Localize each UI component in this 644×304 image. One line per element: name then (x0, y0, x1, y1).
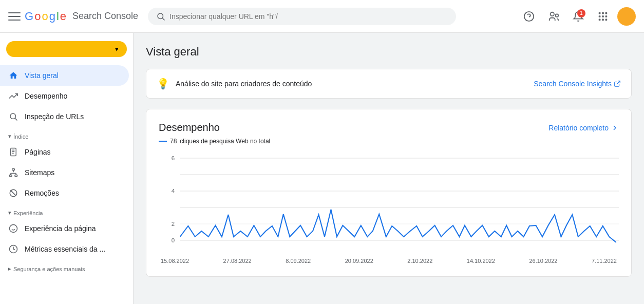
help-icon (523, 11, 535, 22)
sidebar-item-desempenho[interactable]: Desempenho (0, 86, 129, 106)
x-label-3: 20.09.2022 (345, 258, 373, 264)
sidebar-item-metricas-essenciais[interactable]: Métricas essenciais da ... (0, 239, 129, 259)
svg-point-0 (158, 13, 163, 19)
svg-line-34 (617, 81, 620, 84)
svg-point-15 (10, 113, 16, 119)
perf-title: Desempenho (159, 122, 220, 134)
insights-left: 💡 Análise do site para criadores de cont… (157, 78, 312, 90)
svg-rect-10 (602, 15, 604, 17)
sidebar: ▾ Vista geral Desempenho Inspeção de URL… (0, 33, 134, 304)
sidebar-item-vista-geral[interactable]: Vista geral (0, 65, 129, 86)
property-btn-label (14, 46, 86, 53)
sidebar-item-label: Páginas (25, 148, 51, 156)
search-bar-icon (156, 12, 165, 21)
sidebar-item-inspecao-urls[interactable]: Inspeção de URLs (0, 106, 129, 127)
insights-text: Análise do site para criadores de conteú… (176, 80, 312, 88)
sidebar-item-label: Sitemaps (25, 168, 54, 177)
sidebar-item-label: Inspeção de URLs (25, 112, 84, 121)
sidebar-item-experiencia-pagina[interactable]: Experiência da página (0, 218, 129, 239)
property-chevron-icon: ▾ (115, 45, 119, 53)
svg-point-30 (10, 225, 17, 233)
apps-button[interactable] (593, 6, 613, 27)
chart-svg: 6 4 2 0 (159, 153, 619, 256)
sidebar-item-remocoes[interactable]: Remoções (0, 183, 129, 203)
metrics-icon (8, 244, 18, 254)
svg-rect-14 (605, 18, 608, 21)
svg-rect-12 (599, 18, 601, 21)
property-button[interactable]: ▾ (6, 41, 127, 57)
svg-line-16 (15, 118, 17, 120)
sidebar-item-label: Métricas essenciais da ... (25, 245, 105, 253)
legend-line (159, 141, 167, 142)
header: Google Search Console 1 (0, 0, 644, 33)
header-left: Google Search Console (8, 10, 142, 23)
svg-rect-21 (12, 169, 15, 170)
svg-text:6: 6 (172, 155, 175, 161)
notifications-button[interactable]: 1 (568, 6, 589, 27)
logo-e-red: e (60, 10, 66, 23)
layout: ▾ Vista geral Desempenho Inspeção de URL… (0, 33, 644, 304)
sidebar-item-label: Remoções (25, 189, 59, 197)
svg-rect-22 (10, 175, 12, 177)
logo-o-red: o (34, 10, 41, 23)
chevron-icon: ▾ (8, 133, 11, 140)
svg-point-5 (556, 14, 559, 17)
legend-text: cliques de pesquisa Web no total (180, 138, 270, 145)
svg-text:0: 0 (172, 237, 175, 243)
page-title: Vista geral (146, 45, 632, 59)
logo-g-blue: G (25, 10, 33, 23)
admin-button[interactable] (543, 6, 564, 27)
url-search-icon (8, 111, 18, 122)
performance-card: Desempenho Relatório completo 78 cliques… (146, 109, 632, 277)
search-input[interactable] (169, 12, 448, 21)
bulb-icon: 💡 (157, 78, 169, 90)
full-report-link[interactable]: Relatório completo (548, 124, 619, 132)
legend-count: 78 (170, 138, 177, 145)
header-right: 1 (519, 6, 636, 27)
experience-icon (8, 223, 18, 234)
x-axis-labels: 15.08.2022 27.08.2022 8.09.2022 20.09.20… (159, 258, 619, 264)
app-title: Search Console (72, 11, 138, 22)
performance-chart: 6 4 2 0 (159, 153, 619, 256)
user-avatar[interactable] (617, 7, 636, 26)
x-label-2: 8.09.2022 (286, 258, 311, 264)
apps-icon (597, 11, 609, 22)
x-label-4: 2.10.2022 (407, 258, 432, 264)
logo-g-blue2: g (49, 10, 55, 23)
chevron-right-icon: ▸ (8, 265, 11, 272)
section-indice-label: ▾ Índice (0, 127, 133, 142)
x-label-0: 15.08.2022 (161, 258, 189, 264)
external-link-icon (614, 80, 621, 87)
logo-o-yellow: o (42, 10, 48, 23)
section-seguranca-label: ▸ Segurança e ações manuais (0, 259, 133, 274)
svg-rect-8 (605, 12, 608, 14)
sitemap-icon (8, 167, 18, 178)
removals-icon (8, 188, 18, 198)
sidebar-item-sitemaps[interactable]: Sitemaps (0, 162, 129, 183)
property-selector[interactable]: ▾ (6, 41, 127, 57)
svg-text:4: 4 (172, 188, 175, 194)
sidebar-item-label: Experiência da página (25, 224, 96, 233)
perf-header: Desempenho Relatório completo (159, 122, 619, 134)
google-logo: Google (25, 10, 66, 23)
section-experiencia-label: ▾ Experiência (0, 203, 133, 218)
x-label-5: 14.10.2022 (467, 258, 495, 264)
hamburger-menu-icon[interactable] (8, 10, 21, 23)
chevron-right-icon (611, 124, 619, 132)
svg-line-1 (162, 18, 164, 20)
svg-point-4 (551, 12, 554, 15)
search-console-insights-link[interactable]: Search Console Insights (534, 80, 621, 88)
svg-rect-11 (605, 15, 608, 17)
perf-legend: 78 cliques de pesquisa Web no total (159, 138, 619, 145)
main-content: Vista geral 💡 Análise do site para criad… (134, 33, 644, 304)
search-bar[interactable] (148, 8, 456, 25)
sidebar-item-paginas[interactable]: Páginas (0, 142, 129, 162)
sidebar-item-label: Desempenho (25, 92, 67, 100)
insights-card: 💡 Análise do site para criadores de cont… (146, 69, 632, 99)
sidebar-item-label: Vista geral (25, 71, 59, 80)
chevron-icon: ▾ (8, 210, 11, 216)
x-label-1: 27.08.2022 (223, 258, 252, 264)
help-button[interactable] (519, 6, 539, 27)
svg-rect-9 (599, 15, 601, 17)
svg-rect-7 (602, 12, 604, 14)
